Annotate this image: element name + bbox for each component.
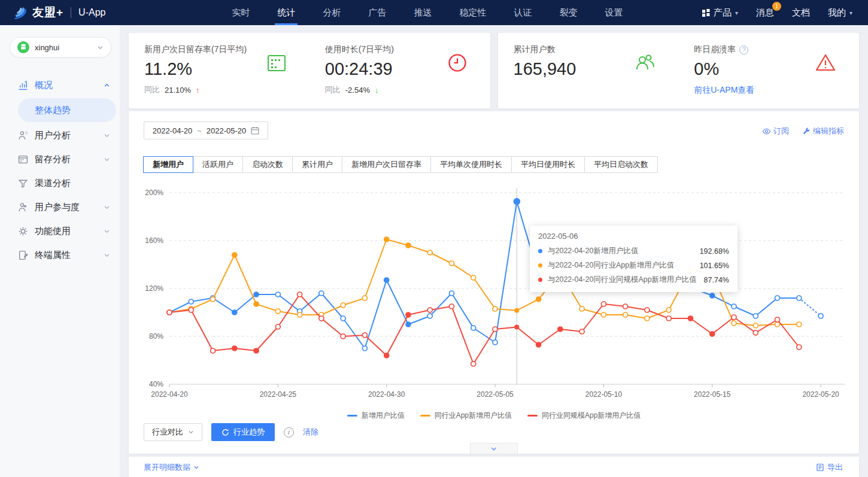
logo-divider xyxy=(71,7,71,18)
tab-3[interactable]: 累计用户 xyxy=(292,156,342,173)
svg-text:120%: 120% xyxy=(145,284,163,293)
android-app-icon xyxy=(17,41,29,53)
calendar-grid-icon xyxy=(266,53,287,108)
sidebar: xinghui 概况整体趋势?用户分析留存分析渠道分析用户参与度功能使用终端属性 xyxy=(0,25,120,477)
sidebar-item-label: 留存分析 xyxy=(35,154,71,165)
nav-products[interactable]: 产品 ▾ xyxy=(702,7,738,19)
svg-text:160%: 160% xyxy=(145,236,163,245)
nav-item-analysis[interactable]: 分析 xyxy=(309,0,354,25)
nav-item-ads[interactable]: 广告 xyxy=(354,0,400,25)
sidebar-item-channel-analysis[interactable]: 渠道分析 xyxy=(0,171,120,195)
info-icon[interactable]: i xyxy=(284,427,294,437)
kpi-card-right: 累计用户数165,940昨日崩溃率?0%前往U-APM查看 xyxy=(498,33,860,108)
legend-item[interactable]: 新增用户比值 xyxy=(347,411,405,421)
warning-icon xyxy=(815,53,836,108)
trend-line-chart[interactable]: 40%80%120%160%200%2022-04-202022-04-2520… xyxy=(129,171,859,408)
tab-6[interactable]: 平均日使用时长 xyxy=(511,156,585,173)
expand-detail-link[interactable]: 展开明细数据 xyxy=(144,462,199,473)
chevron-down-icon xyxy=(104,228,110,235)
export-link[interactable]: 导出 xyxy=(816,462,843,473)
chart-legend: 新增用户比值同行业App新增用户比值同行业同规模App新增用户比值 xyxy=(129,411,859,421)
tab-2[interactable]: 启动次数 xyxy=(242,156,293,173)
industry-trend-button[interactable]: 行业趋势 xyxy=(211,423,275,441)
chevron-up-icon xyxy=(104,82,110,89)
nav-item-statistics[interactable]: 统计 xyxy=(263,0,309,25)
nav-mine[interactable]: 我的 ▾ xyxy=(828,7,852,19)
stat-label: 使用时长(7日平均) xyxy=(325,44,394,55)
main-content: 新用户次日留存率(7日平均)11.2%同比21.10%↑使用时长(7日平均)00… xyxy=(120,25,868,477)
industry-compare-dropdown[interactable]: 行业对比 xyxy=(144,423,202,441)
umeng-bird-icon xyxy=(12,5,28,20)
legend-label: 同行业同规模App新增用户比值 xyxy=(542,411,641,421)
retention-analysis-icon xyxy=(18,154,28,165)
svg-text:2022-04-25: 2022-04-25 xyxy=(260,390,297,399)
sidebar-item-feature-usage[interactable]: 功能使用 xyxy=(0,219,120,243)
tab-0[interactable]: 新增用户 xyxy=(143,156,193,173)
sidebar-item-engagement[interactable]: 用户参与度 xyxy=(0,195,120,219)
sidebar-subitem-overall-trend[interactable]: 整体趋势 xyxy=(18,98,116,122)
export-icon xyxy=(816,463,824,472)
nav-item-fission[interactable]: 裂变 xyxy=(545,0,591,25)
main-nav-menu: 实时统计分析广告推送稳定性认证裂变设置 xyxy=(218,0,636,25)
nav-docs[interactable]: 文档 xyxy=(792,7,810,19)
stat-label: 累计用户数 xyxy=(514,44,576,55)
stat-label: 昨日崩溃率? xyxy=(694,44,754,55)
brand-name: 友盟+ xyxy=(32,5,63,20)
edit-metrics-link[interactable]: 编辑指标 xyxy=(802,126,844,136)
nav-item-realtime[interactable]: 实时 xyxy=(218,0,263,25)
legend-item[interactable]: 同行业同规模App新增用户比值 xyxy=(527,411,641,421)
tab-1[interactable]: 活跃用户 xyxy=(193,156,243,173)
stat-label: 新用户次日留存率(7日平均) xyxy=(144,44,247,55)
stat-compare: 同比-2.54%↓ xyxy=(325,84,394,95)
nav-item-stability[interactable]: 稳定性 xyxy=(445,0,500,25)
tab-5[interactable]: 平均单次使用时长 xyxy=(430,156,512,173)
engagement-icon xyxy=(18,202,28,212)
device-attrs-icon xyxy=(18,250,28,260)
sidebar-item-user-analysis[interactable]: ?用户分析 xyxy=(0,123,120,147)
chevron-down-icon xyxy=(104,132,110,139)
stat-metric-retention: 新用户次日留存率(7日平均)11.2%同比21.10%↑ xyxy=(129,33,309,108)
legend-dash-icon xyxy=(347,415,357,417)
wrench-icon xyxy=(802,127,811,135)
app-selector[interactable]: xinghui xyxy=(10,37,111,57)
nav-item-push[interactable]: 推送 xyxy=(400,0,445,25)
sidebar-item-retention-analysis[interactable]: 留存分析 xyxy=(0,147,120,171)
legend-item[interactable]: 同行业App新增用户比值 xyxy=(420,411,512,421)
subscribe-link[interactable]: 订阅 xyxy=(762,126,789,136)
goto-uapm-link[interactable]: 前往U-APM查看 xyxy=(694,85,754,95)
nav-item-auth[interactable]: 认证 xyxy=(500,0,545,25)
chart-controls: 行业对比 行业趋势 i 清除 xyxy=(144,423,318,441)
nav-messages[interactable]: 消息 1 xyxy=(756,7,774,19)
sidebar-item-overview[interactable]: 概况 xyxy=(0,73,120,97)
sidebar-item-label: 终端属性 xyxy=(35,250,71,261)
sidebar-item-device-attrs[interactable]: 终端属性 xyxy=(0,243,120,267)
detail-footer-bar: 展开明细数据 导出 xyxy=(129,457,859,477)
clear-link[interactable]: 清除 xyxy=(303,427,318,437)
message-count-badge: 1 xyxy=(772,2,781,11)
stat-value: 11.2% xyxy=(144,59,247,79)
tab-7[interactable]: 平均日启动次数 xyxy=(584,156,658,173)
calendar-icon xyxy=(251,126,259,135)
stat-value: 00:24:39 xyxy=(325,59,394,79)
stat-metric-duration: 使用时长(7日平均)00:24:39同比-2.54%↓ xyxy=(309,33,490,108)
sidebar-item-label: 用户分析 xyxy=(35,130,71,141)
svg-text:80%: 80% xyxy=(149,332,163,341)
svg-text:2022-04-30: 2022-04-30 xyxy=(368,390,405,399)
help-icon[interactable]: ? xyxy=(739,45,748,54)
trend-up-arrow: ↑ xyxy=(196,86,200,95)
sidebar-item-label: 功能使用 xyxy=(35,226,71,237)
tab-4[interactable]: 新增用户次日留存率 xyxy=(342,156,431,173)
sidebar-item-label: 概况 xyxy=(35,80,53,91)
kpi-cards-row: 新用户次日留存率(7日平均)11.2%同比21.10%↑使用时长(7日平均)00… xyxy=(129,33,859,108)
sidebar-menu: 概况整体趋势?用户分析留存分析渠道分析用户参与度功能使用终端属性 xyxy=(0,73,120,267)
sidebar-item-label: 用户参与度 xyxy=(35,202,80,213)
date-range-picker[interactable]: 2022-04-20 ~ 2022-05-20 xyxy=(144,121,268,139)
app-logo[interactable]: 友盟+ U-App xyxy=(12,5,105,20)
collapse-chart-button[interactable] xyxy=(470,443,518,454)
svg-text:2022-05-05: 2022-05-05 xyxy=(477,390,514,399)
legend-label: 新增用户比值 xyxy=(362,411,405,421)
svg-text:2022-04-20: 2022-04-20 xyxy=(151,390,188,399)
legend-label: 同行业App新增用户比值 xyxy=(435,411,512,421)
clock-icon xyxy=(447,53,468,108)
nav-item-settings[interactable]: 设置 xyxy=(591,0,636,25)
